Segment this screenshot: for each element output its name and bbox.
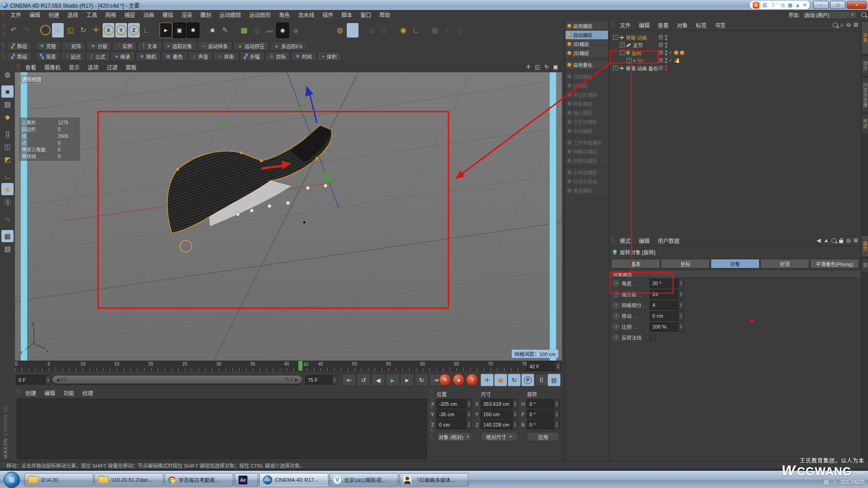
attribute-menu-grip[interactable] — [611, 236, 614, 244]
effector-button-4[interactable]: ●继承 — [111, 52, 135, 61]
main-menu-item-11[interactable]: 运动跟踪 — [215, 11, 245, 19]
apply-button[interactable]: 应用 — [527, 432, 560, 441]
lock-icon[interactable] — [839, 240, 843, 243]
viewport-menu-item-5[interactable]: 面板 — [122, 63, 141, 71]
rotate-tool-icon[interactable]: ↻ — [77, 23, 89, 38]
snap-item-边捕捉[interactable]: 边捕捉 — [566, 81, 608, 90]
key-scale-toggle[interactable]: ▣ — [494, 374, 507, 386]
snap-item-2D捕捉[interactable]: 2D捕捉 — [566, 49, 608, 57]
main-menu-item-4[interactable]: 工具 — [82, 11, 101, 19]
edges-mode-icon[interactable]: ◫ — [1, 141, 14, 153]
taskbar-item-「红蜘蛛多媒体...[interactable]: 「红蜘蛛多媒体... — [400, 473, 468, 487]
main-menu-item-15[interactable]: 插件 — [318, 11, 337, 19]
panel-tab-场次[interactable]: 场次 — [861, 56, 868, 76]
panel-tab-对象[interactable]: 对象 — [861, 21, 868, 55]
retopo-icon[interactable]: ▵ — [442, 23, 453, 38]
coord-stepper[interactable] — [554, 420, 559, 429]
mograph-button-9[interactable]: ▲多边形FX — [270, 41, 307, 51]
panel-tab-层[interactable]: 层 — [861, 258, 868, 272]
workplane-side-icon[interactable]: ▯ — [378, 23, 390, 38]
expand-toggle[interactable]: + — [627, 58, 632, 63]
expand-toggle[interactable]: - — [620, 50, 625, 55]
object-menu-item-0[interactable]: 文件 — [616, 21, 635, 29]
object-menu-grip[interactable] — [611, 20, 614, 29]
snap-item-网格点捕捉[interactable]: 网格点捕捉 — [566, 147, 608, 156]
effector-button-2[interactable]: ◔延迟 — [61, 52, 85, 61]
end-frame-stepper[interactable] — [332, 375, 337, 384]
new-panel-icon[interactable]: ⊞ — [854, 237, 858, 244]
render-view-icon[interactable]: ► — [160, 23, 172, 38]
material-menu-item-3[interactable]: 纹理 — [78, 389, 97, 397]
taskbar-item-\\10.20.51.2\dat...[interactable]: \\10.20.51.2\dat... — [94, 473, 163, 487]
object-menu-item-4[interactable]: 标签 — [692, 21, 711, 29]
add-primitive-icon[interactable]: ■ — [207, 23, 218, 38]
key-position-toggle[interactable]: ✛ — [481, 374, 494, 386]
keyframe-help-button[interactable]: ? — [466, 374, 478, 386]
back-icon[interactable]: ◀ — [816, 237, 821, 244]
coord-stepper[interactable] — [512, 420, 518, 429]
effector-button-8[interactable]: ∿样条 — [213, 52, 238, 61]
last-tool-icon[interactable]: ✛ — [90, 23, 102, 38]
property-field[interactable]: 4 — [650, 300, 684, 310]
snap-item-动态引导线[interactable]: 动态引导线 — [566, 177, 608, 186]
effector-button-1[interactable]: ▚简易 — [36, 52, 61, 61]
property-stepper[interactable] — [678, 323, 684, 331]
main-menu-item-17[interactable]: 窗口 — [356, 11, 375, 19]
object-row-BF[interactable]: +≈BF✓ — [609, 56, 861, 64]
start-frame-field[interactable]: 0 F — [16, 375, 51, 385]
layer-square[interactable] — [658, 34, 664, 40]
texture-mode-icon[interactable]: ▨ — [1, 98, 14, 110]
object-row-旋转[interactable]: -旋转✓ — [609, 49, 861, 56]
add-camera-icon[interactable]: ◉ — [276, 23, 289, 38]
taskbar-item-北京1612期影视...[interactable]: V北京1612期影视... — [330, 473, 398, 487]
property-dot-icon[interactable] — [613, 291, 619, 297]
add-deformer-icon[interactable]: ◎ — [251, 23, 263, 38]
coord-field-旋转-P[interactable]: 0 ° — [527, 409, 560, 419]
object-row-骨骼 动画 备份[interactable]: +骨骼 动画 备份 — [609, 64, 861, 72]
attribute-menu-item-1[interactable]: 编辑 — [635, 237, 654, 244]
coord-dropdown-绝对尺寸[interactable]: 绝对尺寸▼ — [481, 432, 518, 441]
polygons-mode-icon[interactable]: ◩ — [1, 153, 14, 165]
layer-square[interactable] — [658, 50, 664, 56]
viewport-solo-icon[interactable]: Ⓢ — [1, 196, 14, 208]
material-menu-grip[interactable] — [16, 389, 20, 397]
viewport-menu-item-4[interactable]: 过滤 — [103, 63, 122, 71]
snap-item-多边形捕捉[interactable]: 多边形捕捉 — [566, 90, 608, 99]
visibility-dots[interactable] — [665, 66, 667, 71]
move-tool-icon[interactable]: ✛ — [52, 23, 64, 38]
coord-field-旋转-H[interactable]: 0 ° — [527, 399, 560, 408]
property-dot-icon[interactable] — [613, 335, 619, 341]
sogou-apostrophe-icon[interactable]: ' — [777, 2, 778, 8]
property-field[interactable]: 24 — [650, 290, 684, 299]
object-row-骨骼 动画[interactable]: -骨骼 动画 — [609, 33, 861, 41]
coord-field-位置-Y[interactable]: -35 cm — [436, 409, 472, 419]
visibility-dots[interactable] — [665, 58, 667, 63]
tab-平滑着色(Phong)[interactable]: 平滑着色(Phong) — [810, 259, 859, 268]
lock-y-axis-icon[interactable]: Y — [115, 23, 127, 38]
up-icon[interactable]: ▲ — [824, 237, 829, 244]
snap-item-垂直捕捉[interactable]: 垂直捕捉 — [566, 186, 608, 195]
material-menu-item-0[interactable]: 创建 — [21, 389, 40, 397]
effector-button-5[interactable]: ❋随机 — [136, 52, 160, 61]
mesh-info-icon[interactable]: ◇ — [454, 23, 466, 38]
panel-tab-属性[interactable]: 属性 — [861, 235, 868, 257]
material-menu-item-1[interactable]: 编辑 — [40, 389, 59, 397]
visibility-dots[interactable] — [665, 50, 667, 56]
property-field[interactable]: 20 ° — [650, 279, 684, 288]
property-field[interactable]: 0 cm — [650, 311, 684, 321]
mograph-button-7[interactable]: ∿运动样条 — [198, 41, 232, 51]
main-menu-item-5[interactable]: 网格 — [101, 11, 120, 19]
tab-基本[interactable]: 基本 — [611, 259, 660, 268]
mograph-button-2[interactable]: ∷矩阵 — [61, 41, 85, 51]
main-menu-item-0[interactable]: 文件 — [6, 11, 25, 19]
coord-stepper[interactable] — [512, 399, 518, 408]
layer-square[interactable] — [658, 42, 664, 48]
lock-workplane-icon[interactable]: ▦ — [1, 230, 14, 242]
sogou-moon-icon[interactable]: ☽ — [770, 2, 774, 8]
viewport-solo-select-icon[interactable]: ● — [347, 23, 359, 38]
ball-tag-icon[interactable] — [674, 51, 679, 55]
expand-toggle[interactable]: + — [613, 66, 618, 70]
material-list-area[interactable] — [17, 399, 427, 459]
planar-workplane-icon[interactable]: ▧ — [1, 243, 14, 255]
effector-button-6[interactable]: ▦着色 — [161, 52, 187, 61]
